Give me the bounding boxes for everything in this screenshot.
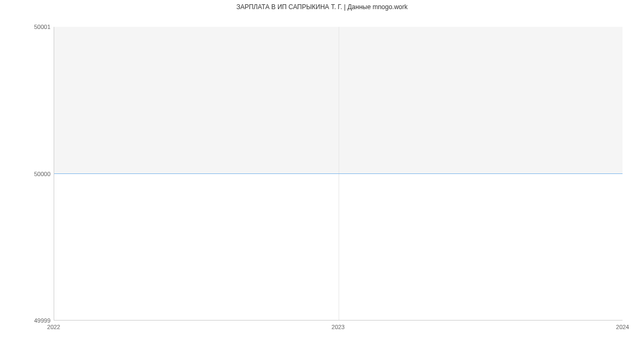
chart-container: ЗАРПЛАТА В ИП САПРЫКИНА Т. Г. | Данные m… bbox=[0, 0, 644, 349]
y-tick-label: 50001 bbox=[34, 24, 50, 30]
x-tick-label: 2024 bbox=[616, 324, 629, 330]
x-tick-label: 2023 bbox=[332, 324, 345, 330]
x-tick-label: 2022 bbox=[47, 324, 60, 330]
chart-title: ЗАРПЛАТА В ИП САПРЫКИНА Т. Г. | Данные m… bbox=[0, 3, 644, 11]
y-tick-label: 49999 bbox=[34, 317, 50, 324]
y-tick-label: 50000 bbox=[34, 171, 50, 177]
series-line bbox=[54, 173, 623, 174]
plot-area bbox=[54, 27, 623, 321]
